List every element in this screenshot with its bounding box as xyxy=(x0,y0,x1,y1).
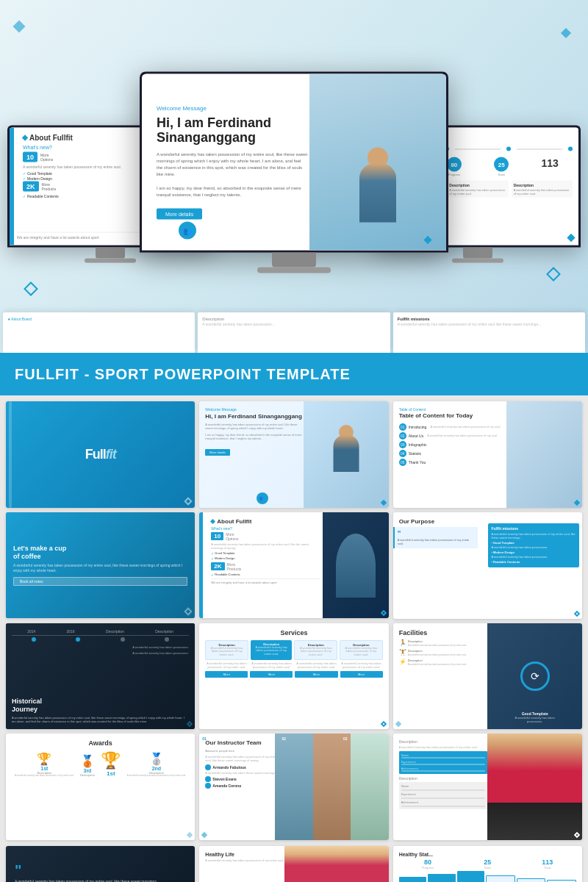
instructor-1-desc: A wonderful serenity has taken these swe… xyxy=(205,771,279,775)
hist-dot-3 xyxy=(121,637,125,642)
desc-label-3: Description A wonderful serenity has tak… xyxy=(512,181,573,198)
instructor-3: Amanda Corona xyxy=(205,783,279,789)
purpose-good-desc: A wonderful serenity has taken possessio… xyxy=(491,545,576,549)
stat-item-3: 113 Trust xyxy=(519,858,576,870)
historical-right-text: A wonderful serenity has taken possessio… xyxy=(132,645,189,655)
services-title: Services xyxy=(205,629,382,637)
healthy-left-text: A wonderful serenity has taken possessio… xyxy=(205,858,285,862)
stat-113: 113 xyxy=(541,157,558,176)
fac-item-3: ⚡ DescriptionA wonderful serenity has ta… xyxy=(399,659,485,666)
fac-deco xyxy=(395,721,401,727)
stat-val-3: 113 xyxy=(519,858,576,866)
svc-more-3[interactable]: More xyxy=(295,671,337,678)
instructor-text: Our Instructor Team Awesome people here … xyxy=(205,739,279,789)
desc-label-2-title: Description xyxy=(449,183,506,187)
bottom-row: " A wonderful serenity has taken possess… xyxy=(0,846,588,882)
coffee-title: Let's make a cupof coffee xyxy=(13,545,187,561)
more-details-button[interactable]: More details xyxy=(157,208,202,219)
logo-side-strip xyxy=(9,401,12,508)
line-2 xyxy=(455,148,501,149)
hist-dot-4 xyxy=(165,637,169,642)
toc-num-05: 05 xyxy=(399,459,406,466)
profile-name-box-2: Name Experience Achievement xyxy=(399,782,488,809)
instructor-num-3: 03 xyxy=(343,736,348,741)
svc-desc-4: A wonderful serenity has taken possessio… xyxy=(340,662,383,670)
award-place-3: 3rd xyxy=(80,768,95,773)
title-bar: FULLFIT - SPORT POWERPOINT TEMPLATE xyxy=(0,353,588,395)
instructor-desc: A wonderful serenity has taken possessio… xyxy=(205,755,279,762)
stat-val-1: 80 xyxy=(399,858,456,866)
quote-text: A wonderful serenity has taken possessio… xyxy=(15,879,186,882)
partial-1-label: ★ About Board xyxy=(7,317,190,321)
purpose-quote-box: " A wonderful serenity has taken possess… xyxy=(393,527,478,548)
left-slide-title: About Fullfit xyxy=(29,134,73,142)
about-header: About Fullfit xyxy=(211,518,320,525)
instructor-num-2: 02 xyxy=(282,736,286,741)
facility-circle-icon: ⟳ xyxy=(520,662,550,691)
award-1st-big: 1st xyxy=(101,770,121,777)
svc-more-4[interactable]: More xyxy=(340,671,383,678)
bar-3 xyxy=(457,871,485,882)
slide-more-btn[interactable]: More details xyxy=(205,449,230,456)
stat-80: 80 Progress xyxy=(447,157,462,176)
profile-name-bar-2 xyxy=(401,789,486,791)
center-monitor-stand xyxy=(272,253,316,268)
hist-desc-r1: A wonderful serenity has taken possessio… xyxy=(132,645,189,649)
partial-slide-1: ★ About Board xyxy=(3,312,195,353)
about-strip xyxy=(199,512,203,619)
center-main-slide: Welcome Message Hi, I am FerdinandSinang… xyxy=(142,74,446,251)
slide-person-photo xyxy=(304,401,389,508)
fac-icon-2: 🏋 xyxy=(399,649,406,656)
award-text-1: A wonderful serenity has taken possessio… xyxy=(15,775,74,778)
slide-services: Services Description A wonderful serenit… xyxy=(199,623,388,730)
coffee-btn[interactable]: Book all notes xyxy=(13,577,187,586)
fac-item-2: 🏋 DescriptionA wonderful serenity has ta… xyxy=(399,649,485,656)
left-monitor-base xyxy=(85,259,136,263)
toc-label-01: Introducing xyxy=(409,425,427,429)
right-monitor-base xyxy=(452,259,503,263)
center-monitor-base xyxy=(257,268,331,273)
stat-2k-label: MoreProducts xyxy=(42,182,57,191)
bottom-slide-stats: Healthy Stat... 80 Progress 25 Team 113 … xyxy=(393,846,582,882)
center-screen-inner: Welcome Message Hi, I am FerdinandSinang… xyxy=(142,74,446,251)
bar-1 xyxy=(399,877,427,882)
purpose-deco xyxy=(574,610,580,616)
year-desc1: Description xyxy=(106,629,124,634)
historical-years: 2014 2016 Description Description xyxy=(12,629,189,634)
about-stat-10-desc: A wonderful serenity has taken possessio… xyxy=(211,542,320,550)
toc-right-img xyxy=(506,401,582,508)
services-more-row: More More More More xyxy=(205,671,382,678)
runner-bg xyxy=(487,734,582,840)
svc-more-2[interactable]: More xyxy=(250,671,293,678)
about-mountain-img xyxy=(323,512,389,619)
center-slide-left: Welcome Message Hi, I am FerdinandSinang… xyxy=(157,105,431,220)
dot-3 xyxy=(506,147,511,151)
about-text-content: About Fullfit What's new? 10 MoreOptions… xyxy=(205,518,320,584)
about-stat-2: 2K MoreProducts xyxy=(211,562,320,571)
profile-exp-label-2: Experience xyxy=(401,792,486,796)
svc-desc-1: A wonderful serenity has taken possessio… xyxy=(205,662,248,670)
toc-num-03: 03 xyxy=(399,441,406,448)
purpose-readable: • Readable Contents xyxy=(491,560,576,564)
fullfit-logo-fit: fit xyxy=(106,447,116,462)
stat-lbl-3: Trust xyxy=(519,866,576,870)
about-stat-10-label: MoreOptions xyxy=(226,532,238,541)
slide-awards: Awards 🏆 1st Description A wonderful ser… xyxy=(6,734,195,840)
profile-desc-1: DescriptionA wonderful serenity has take… xyxy=(399,739,488,749)
slide-about: About Fullfit What's new? 10 MoreOptions… xyxy=(199,512,388,619)
coffee-desc: A wonderful serenity has taken possessio… xyxy=(13,563,187,573)
instructor-deco xyxy=(201,832,207,838)
bar-2 xyxy=(428,874,456,882)
center-monitor-screen: Welcome Message Hi, I am FerdinandSinang… xyxy=(140,72,448,253)
quote-content: " A wonderful serenity has taken possess… xyxy=(12,852,189,882)
slide-desc: A wonderful serenity has taken possessio… xyxy=(205,423,303,430)
bar-5 xyxy=(517,878,546,882)
svc-more-1[interactable]: More xyxy=(205,671,248,678)
quote-marks: " xyxy=(15,863,186,878)
slide-fullfit-logo: Fullfit xyxy=(6,401,195,508)
instructor-3-avatar xyxy=(205,783,211,789)
deco-diamond-3 xyxy=(561,28,571,38)
facilities-dark-right: ⟳ Good Template A wonderful serenity has… xyxy=(487,623,582,730)
instructor-title: Our Instructor Team xyxy=(205,739,279,747)
main-desc: A wonderful serenity has taken possessio… xyxy=(157,151,308,177)
